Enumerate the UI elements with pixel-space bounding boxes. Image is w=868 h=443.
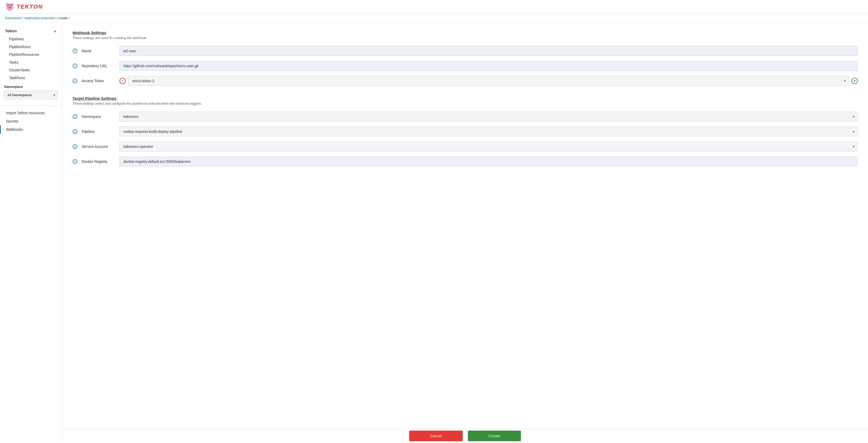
breadcrumb-webhooks-extension[interactable]: webhooks-extension (25, 16, 55, 20)
remove-token-button[interactable]: − (120, 78, 126, 84)
target-pipeline-settings-subtitle: These settings select and configure the … (72, 102, 858, 105)
pipeline-namespace-label: Namespace (82, 114, 115, 118)
pipeline-namespace-info-icon[interactable]: i (72, 114, 78, 119)
sidebar-item-webhooks[interactable]: Webhooks (0, 125, 62, 134)
sidebar-divider (0, 105, 62, 106)
top-bar: TEKTON (0, 0, 868, 13)
target-pipeline-settings-section: Target Pipeline Settings These settings … (72, 96, 858, 166)
chevron-up-icon: ▲ (54, 29, 57, 33)
logo: TEKTON (5, 2, 43, 11)
sidebar-item-taskruns[interactable]: TaskRuns (0, 74, 62, 82)
repo-url-row: i Repository URL (72, 61, 858, 71)
name-label: Name (82, 49, 115, 53)
sidebar-item-pipelineresources[interactable]: PipelineResources (0, 50, 62, 59)
service-account-select[interactable]: kabanero-operator default tekton-bot (120, 142, 858, 151)
docker-registry-input[interactable] (120, 157, 858, 166)
target-pipeline-settings-title: Target Pipeline Settings (72, 96, 858, 101)
main-content: Webhook Settings These settings are used… (62, 23, 868, 441)
access-token-select[interactable]: micro-token-2 micro-token-1 default-toke… (128, 76, 849, 86)
logo-text: TEKTON (17, 3, 43, 10)
webhook-settings-title: Webhook Settings (72, 31, 858, 35)
name-info-icon[interactable]: i (72, 48, 78, 53)
pipeline-select-wrapper: nodejs-express-build-deploy-pipeline bui… (120, 127, 858, 136)
docker-registry-label: Docker Registry (82, 160, 115, 164)
svg-point-5 (10, 7, 11, 8)
repo-url-label: Repository URL (82, 64, 115, 68)
pipeline-select[interactable]: nodejs-express-build-deploy-pipeline bui… (120, 127, 858, 136)
breadcrumb-sep-2: / (56, 16, 57, 20)
sidebar-tekton-header[interactable]: Tekton ▲ (0, 27, 62, 35)
pipeline-namespace-row: i Namespace kabanero default tekton-pipe… (72, 112, 858, 122)
svg-point-3 (8, 6, 12, 9)
add-token-button[interactable]: + (851, 78, 858, 84)
sidebar-tekton-label: Tekton (5, 29, 17, 33)
breadcrumb: Extensions / webhooks-extension / create… (0, 13, 868, 23)
sidebar-item-pipelines[interactable]: Pipelines (0, 35, 62, 43)
pipeline-row: i Pipeline nodejs-express-build-deploy-p… (72, 127, 858, 136)
repo-url-input[interactable] (120, 61, 858, 71)
tekton-logo-icon (5, 2, 14, 11)
docker-registry-info-icon[interactable]: i (72, 159, 78, 164)
repo-url-info-icon[interactable]: i (72, 64, 78, 68)
service-account-info-icon[interactable]: i (72, 144, 78, 149)
pipeline-info-icon[interactable]: i (72, 129, 78, 134)
sidebar-item-secrets[interactable]: Secrets (0, 117, 62, 125)
service-account-select-wrapper: kabanero-operator default tekton-bot (120, 142, 858, 151)
svg-point-4 (9, 7, 10, 8)
namespace-select-wrapper: All Namespaces kabanero default (4, 91, 58, 99)
sidebar: Tekton ▲ Pipelines PipelineRuns Pipeline… (0, 23, 62, 441)
breadcrumb-create: create (58, 16, 67, 20)
access-token-row: i Access Token − micro-token-2 micro-tok… (72, 76, 858, 86)
docker-registry-row: i Docker Registry (72, 157, 858, 166)
webhook-settings-section: Webhook Settings These settings are used… (72, 31, 858, 86)
pipeline-namespace-select-wrapper: kabanero default tekton-pipelines (120, 112, 858, 122)
sidebar-item-pipelineruns[interactable]: PipelineRuns (0, 43, 62, 50)
name-input[interactable] (120, 46, 858, 56)
access-token-info-icon[interactable]: i (72, 78, 78, 83)
pipeline-namespace-select[interactable]: kabanero default tekton-pipelines (120, 112, 858, 122)
app-layout: Tekton ▲ Pipelines PipelineRuns Pipeline… (0, 23, 868, 441)
bottom-bar: Cancel Create (62, 429, 868, 441)
access-token-label: Access Token (82, 79, 115, 83)
pipeline-label: Pipeline (82, 130, 115, 134)
namespace-select[interactable]: All Namespaces kabanero default (4, 91, 58, 99)
create-button[interactable]: Create (468, 431, 521, 441)
breadcrumb-sep-1: / (23, 16, 24, 20)
access-token-select-wrapper: micro-token-2 micro-token-1 default-toke… (128, 76, 849, 86)
name-row: i Name (72, 46, 858, 56)
sidebar-item-clustertasks[interactable]: ClusterTasks (0, 66, 62, 74)
sidebar-item-tasks[interactable]: Tasks (0, 59, 62, 66)
breadcrumb-sep-3: / (69, 16, 70, 20)
sidebar-item-import[interactable]: Import Tekton resources (0, 109, 62, 117)
breadcrumb-extensions[interactable]: Extensions (5, 16, 22, 20)
namespace-label: Namespace (4, 85, 58, 89)
cancel-button[interactable]: Cancel (409, 431, 463, 441)
webhook-settings-subtitle: These settings are used for creating the… (72, 36, 858, 40)
service-account-row: i Service Account kabanero-operator defa… (72, 142, 858, 151)
service-account-label: Service Account (82, 144, 115, 148)
access-token-controls: − micro-token-2 micro-token-1 default-to… (120, 76, 858, 86)
namespace-section: Namespace All Namespaces kabanero defaul… (0, 82, 62, 102)
